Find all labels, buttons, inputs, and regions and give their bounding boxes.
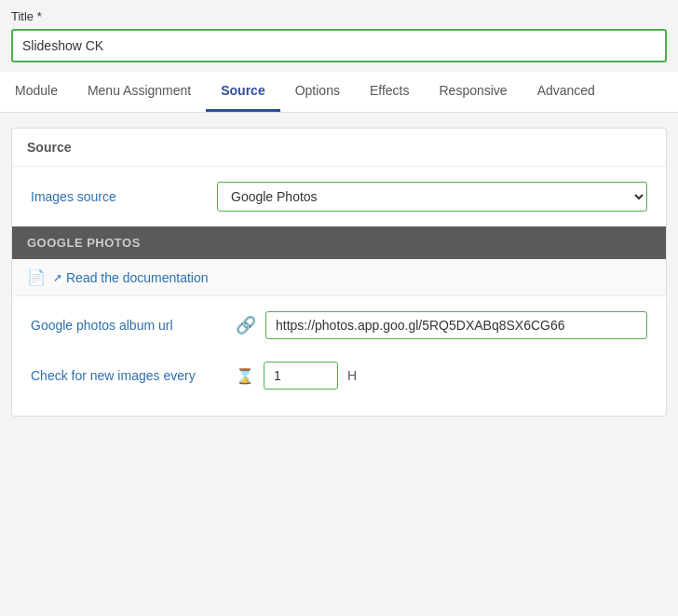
link-icon: 🔗 [236,315,256,335]
images-source-row: Images source Google Photos [12,167,666,226]
title-input[interactable] [11,29,667,62]
page-wrapper: Title * Module Menu Assignment Source Op… [0,0,678,431]
images-source-control: Google Photos [217,182,647,212]
album-url-row: Google photos album url 🔗 [12,296,666,354]
album-url-label: Google photos album url [31,318,226,333]
tab-effects[interactable]: Effects [355,72,425,112]
title-label: Title * [11,9,667,23]
album-url-input[interactable] [265,311,647,339]
title-section: Title * [0,0,678,72]
check-images-label: Check for new images every [31,368,226,383]
tab-menu-assignment[interactable]: Menu Assignment [73,72,206,112]
tab-advanced[interactable]: Advanced [522,72,610,112]
doc-file-icon: 📄 [27,268,46,286]
images-source-label: Images source [31,189,217,204]
tab-responsive[interactable]: Responsive [424,72,522,112]
external-link-icon: ➚ [53,271,62,284]
tab-source[interactable]: Source [206,72,279,112]
doc-row: 📄 ➚ Read the documentation [12,259,666,296]
check-images-unit: H [347,368,357,383]
source-panel-title: Source [12,129,666,167]
check-images-input[interactable] [264,362,338,390]
hourglass-icon: ⌛ [236,367,254,385]
tab-options[interactable]: Options [280,72,355,112]
source-panel: Source Images source Google Photos GOOGL… [11,128,667,417]
google-photos-bar: GOOGLE PHOTOS [12,226,666,259]
main-content: Source Images source Google Photos GOOGL… [0,113,678,431]
images-source-select[interactable]: Google Photos [217,182,647,212]
check-images-row: Check for new images every ⌛ H [12,354,666,397]
doc-link[interactable]: ➚ Read the documentation [53,270,209,285]
doc-link-text: Read the documentation [66,270,209,285]
tabs-bar: Module Menu Assignment Source Options Ef… [0,72,678,113]
tab-module[interactable]: Module [0,72,73,112]
